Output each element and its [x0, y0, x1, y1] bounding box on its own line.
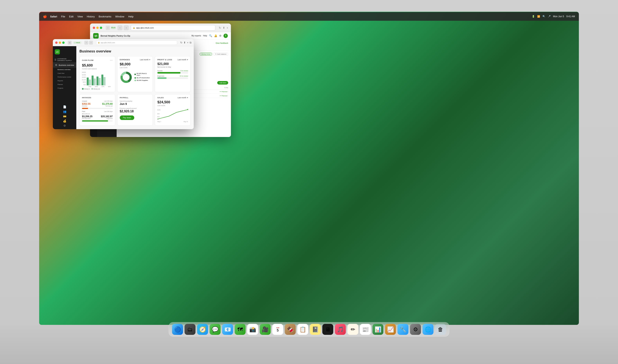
- cashflow-menu-icon[interactable]: ⋯: [110, 59, 113, 62]
- dock-notes[interactable]: 📓: [310, 324, 321, 335]
- cash-balance-btn[interactable]: ✏ Cash balance: [213, 53, 228, 56]
- dock-safari[interactable]: 🧭: [197, 324, 208, 335]
- qb-sidebar-toggle[interactable]: □: [68, 41, 72, 45]
- sidebar-sub-performance[interactable]: Performance center: [53, 75, 76, 79]
- menu-window[interactable]: Window: [115, 15, 124, 18]
- app-topnav: qb Bernal Heights Pantry Co-Op My expert…: [90, 32, 231, 39]
- pl-net-label: Net income for May: [157, 66, 188, 68]
- share-icon[interactable]: ⬆: [223, 26, 225, 29]
- payroll-icon-sidebar[interactable]: 💰: [54, 119, 75, 122]
- dock-maps[interactable]: 🗺: [235, 324, 245, 335]
- pl-expenses-review[interactable]: 15 to review: [180, 75, 188, 77]
- apple-menu[interactable]: 🍎: [43, 15, 47, 18]
- address-bar[interactable]: 🔒 app.qbo.intuit.com: [131, 25, 215, 30]
- add-tab-icon[interactable]: +: [227, 26, 228, 29]
- dock-photos[interactable]: 📸: [247, 324, 258, 335]
- help-link[interactable]: Help: [203, 35, 207, 37]
- dock-appletv[interactable]: 🖥: [322, 324, 333, 335]
- sidebar-toggle[interactable]: □: [106, 26, 110, 30]
- dock: 🔵 🗂 🧭 💬 📧 🗺 📸 🎥 JUN 5 🍫 📋 📓 🖥 🎵 ✏ 📰 📊 📈 …: [169, 322, 449, 337]
- user-avatar[interactable]: T: [223, 34, 228, 38]
- invoice-icon[interactable]: 📄: [54, 105, 75, 108]
- sidebar-item-business-overview[interactable]: ⊙ Business overview: [53, 62, 76, 68]
- sidebar-sub-cashflow[interactable]: Cash flow: [53, 71, 76, 75]
- sidebar-bottom-icons: 📄 👥 💳 💰 ⚙: [53, 90, 76, 129]
- transactions-icon[interactable]: 💳: [54, 115, 75, 118]
- qb-maximize-btn[interactable]: [62, 41, 64, 44]
- qb-tiles-icon[interactable]: ⧉: [190, 41, 191, 44]
- money-inout-btn[interactable]: Money in/out: [200, 53, 212, 56]
- menu-help[interactable]: Help: [128, 15, 133, 18]
- dock-facetime[interactable]: 🎥: [260, 324, 271, 335]
- back-button[interactable]: ‹: [117, 25, 123, 30]
- dock-numbers[interactable]: 📊: [373, 324, 383, 335]
- sidebar-sub-business-overview[interactable]: Business overview: [53, 68, 76, 71]
- menu-view[interactable]: View: [77, 15, 83, 18]
- qb-minimize-btn[interactable]: [59, 41, 61, 44]
- forward-button[interactable]: ›: [124, 25, 129, 30]
- siri-icon[interactable]: 🎤: [548, 15, 551, 18]
- dock-finder[interactable]: 🔵: [172, 324, 183, 335]
- dock-keynote[interactable]: 📈: [385, 324, 396, 335]
- customers-icon[interactable]: 👥: [54, 110, 75, 113]
- minimize-button[interactable]: [96, 27, 99, 29]
- close-button[interactable]: [93, 27, 95, 29]
- unpaid-label: Unpaid: [82, 100, 87, 102]
- work-icon: □: [74, 42, 75, 44]
- sales-period[interactable]: Last month ▾: [178, 97, 188, 99]
- add-item-btn[interactable]: Add item: [217, 81, 228, 85]
- expenses-period[interactable]: Last month ▾: [140, 59, 151, 61]
- dock-appstore[interactable]: 🔧: [398, 324, 408, 335]
- legend-money-in: Money In: [82, 88, 90, 90]
- legend-in-label: Money In: [84, 88, 90, 90]
- dock-calendar[interactable]: JUN 5: [272, 324, 283, 335]
- pl-income-review[interactable]: 8 to review: [180, 70, 188, 72]
- sidebar-sub-projects[interactable]: Projects: [53, 86, 76, 90]
- dock-news[interactable]: 📰: [360, 324, 371, 335]
- y-0k: $0K: [82, 84, 86, 85]
- menu-safari[interactable]: Safari: [50, 15, 57, 18]
- hamburger-sidebar-icon[interactable]: ☰: [54, 59, 56, 61]
- dock-trash[interactable]: 🗑: [435, 324, 446, 335]
- qb-forward-btn[interactable]: ›: [89, 41, 93, 45]
- give-feedback-link[interactable]: Give feedback: [216, 42, 228, 44]
- qb-addtab-icon[interactable]: +: [187, 41, 188, 44]
- qb-addressbar[interactable]: 🔒 app.qbo.intuit.com: [96, 40, 177, 45]
- cashflow-title: CASH FLOW: [82, 59, 93, 61]
- qb-reload-icon[interactable]: ↻: [180, 41, 182, 44]
- my-experts[interactable]: My experts: [192, 35, 201, 37]
- menu-edit[interactable]: Edit: [69, 15, 73, 18]
- pay-team-button[interactable]: Pay team: [120, 116, 134, 120]
- dock-mail[interactable]: 📧: [222, 324, 233, 335]
- dock-bear[interactable]: 🍫: [285, 324, 296, 335]
- work-tag[interactable]: Work: [111, 26, 116, 30]
- dock-reminders[interactable]: 📋: [297, 324, 308, 335]
- work-tab[interactable]: □ Work: [73, 41, 82, 44]
- pl-period[interactable]: Last month ▾: [178, 59, 188, 61]
- qb-back-btn[interactable]: ‹: [84, 41, 88, 45]
- sidebar-sub-reports[interactable]: Reports: [53, 79, 76, 83]
- apps-icon[interactable]: ⚙: [54, 124, 75, 127]
- sidebar-sub-planner[interactable]: Planner: [53, 83, 76, 86]
- settings-icon[interactable]: ⚙: [219, 34, 221, 37]
- pl-card-header: PROFIT & LOSS Last month ▾: [157, 59, 188, 61]
- qb-share-icon[interactable]: ⬆: [183, 41, 186, 44]
- bar-may-out: [103, 77, 105, 85]
- reload-icon[interactable]: ↻: [219, 26, 221, 29]
- menu-file[interactable]: File: [61, 15, 65, 18]
- dock-launchpad[interactable]: 🗂: [184, 324, 195, 335]
- dock-systemprefs[interactable]: ⚙: [410, 324, 421, 335]
- maximize-button[interactable]: [100, 27, 102, 29]
- pl-expenses-label: Expenses: [157, 75, 164, 77]
- bell-icon[interactable]: 🔔: [214, 34, 217, 37]
- qb-close-btn[interactable]: [55, 41, 58, 44]
- search-icon-nav[interactable]: 🔍: [209, 34, 212, 37]
- dock-music[interactable]: 🎵: [335, 324, 346, 335]
- search-icon[interactable]: 🔍: [542, 15, 545, 18]
- qb-toolbar-right: ↻ ⬆ + ⧉: [180, 41, 191, 44]
- dock-messages[interactable]: 💬: [210, 324, 220, 335]
- menu-bookmarks[interactable]: Bookmarks: [99, 15, 111, 18]
- dock-screentime[interactable]: 🌐: [423, 324, 434, 335]
- menu-history[interactable]: History: [87, 15, 94, 18]
- dock-freeform[interactable]: ✏: [347, 324, 358, 335]
